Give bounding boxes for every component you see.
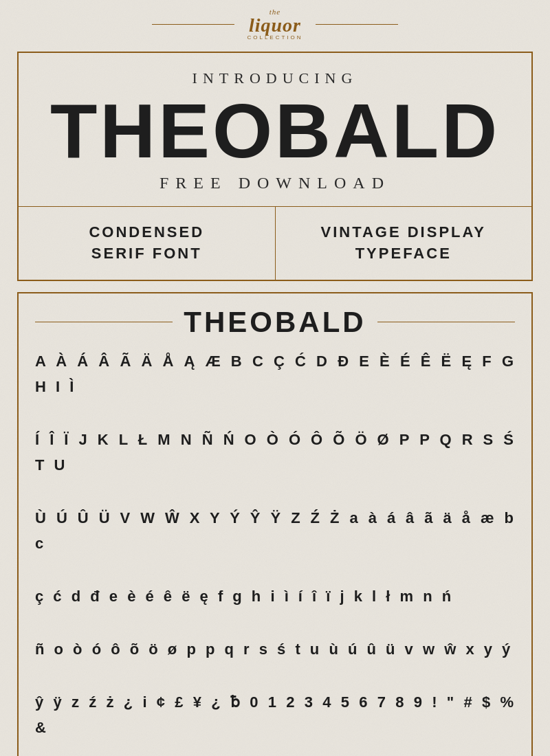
features-row: CONDENSED SERIF FONT VINTAGE DISPLAY TYP… <box>19 207 531 280</box>
logo-collection: COLLECTION <box>247 35 302 41</box>
feature-vintage: VINTAGE DISPLAY TYPEFACE <box>276 207 532 280</box>
logo-liquor: liquor <box>249 16 301 35</box>
font-name-display: THEOBALD <box>46 93 504 170</box>
feature-condensed-line1: CONDENSED <box>32 222 261 243</box>
logo-container: the liquor COLLECTION <box>234 8 315 41</box>
feature-condensed-line2: SERIF FONT <box>32 243 261 265</box>
glyph-row: ŷ ÿ z ź ż ¿ i ¢ £ ¥ ¿ ƀ 0 1 2 3 4 5 6 7 … <box>35 689 515 741</box>
glyph-row: ñ o ò ó ô õ ö ø p p q r s ś t u ù ú û ü … <box>35 636 515 662</box>
main-card: INTRODUCING THEOBALD FREE DOWNLOAD CONDE… <box>17 52 533 281</box>
glyph-card: THEOBALD A À Á Â Ã Ä Å Ą Æ B C Ç Ć D Đ E… <box>17 292 533 756</box>
glyph-title-line-right <box>377 322 515 323</box>
page-header: the liquor COLLECTION <box>0 0 550 46</box>
free-download-text: FREE DOWNLOAD <box>46 174 504 192</box>
glyphs-display: A À Á Â Ã Ä Å Ą Æ B C Ç Ć D Đ E È É Ê Ë … <box>35 348 515 756</box>
glyph-title-row: THEOBALD <box>35 306 515 339</box>
glyph-row: Í Î Ï J K L Ł M N Ñ Ń O Ò Ó Ô Õ Ö Ø P P … <box>35 427 515 478</box>
glyph-row: ç ć d đ e è é ê ë ę f g h i ì í î ï j k … <box>35 583 515 609</box>
glyph-row: A À Á Â Ã Ä Å Ą Æ B C Ç Ć D Đ E È É Ê Ë … <box>35 348 515 400</box>
glyph-title-line-left <box>35 322 173 323</box>
header-line-left <box>152 24 234 25</box>
header-line-right <box>316 24 398 25</box>
header-logo-row: the liquor COLLECTION <box>152 8 397 41</box>
feature-vintage-line1: VINTAGE DISPLAY <box>289 222 518 243</box>
glyph-row: Ù Ú Û Ü V W Ŵ X Y Ý Ŷ Ÿ Z Ź Ż a à á â ã … <box>35 505 515 557</box>
feature-condensed: CONDENSED SERIF FONT <box>19 207 276 280</box>
glyph-title: THEOBALD <box>184 306 366 339</box>
introducing-section: INTRODUCING THEOBALD FREE DOWNLOAD <box>19 53 531 207</box>
feature-vintage-line2: TYPEFACE <box>289 243 518 265</box>
introducing-text: INTRODUCING <box>46 69 504 87</box>
